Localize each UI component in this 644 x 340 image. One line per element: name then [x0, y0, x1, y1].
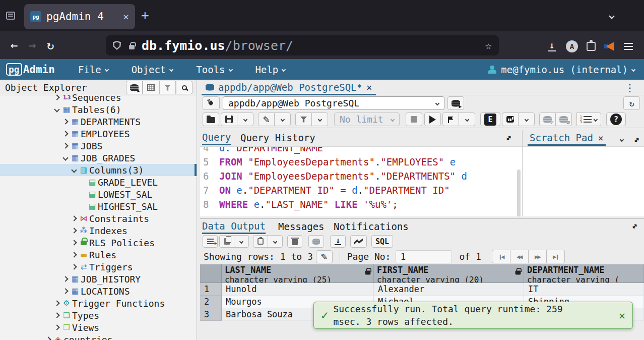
column-header-last_name[interactable]: LAST_NAMEcharacter varying (25)	[222, 264, 374, 282]
user-menu[interactable]: me@fymio.us (internal)	[488, 64, 635, 75]
connection-status-button[interactable]	[203, 96, 220, 110]
new-connection-button[interactable]	[447, 96, 464, 110]
tree-item-sequences[interactable]: 1.3Sequences	[0, 91, 197, 103]
expand-icon[interactable]: ↔	[628, 220, 640, 232]
expand-icon[interactable]: ↔	[630, 134, 642, 145]
lock-icon[interactable]	[129, 45, 135, 49]
tree-item-views[interactable]: ❐Views	[0, 321, 197, 333]
back-button[interactable]: ←	[5, 38, 23, 52]
tab-data-output[interactable]: Data Output	[202, 219, 266, 234]
shield-icon[interactable]	[113, 41, 121, 50]
chevron-right-icon[interactable]	[70, 253, 78, 257]
tree-item-departments[interactable]: ▦DEPARTMENTS	[0, 116, 197, 128]
first-page-button[interactable]: ❙◀	[492, 250, 510, 263]
sql-line-6[interactable]: 6JOIN "EmployeesDepartments"."DEPARTMENT…	[200, 169, 522, 183]
chevron-right-icon[interactable]	[61, 132, 70, 136]
close-tab-icon[interactable]: ×	[366, 82, 372, 93]
limit-select[interactable]: No limit	[334, 112, 400, 126]
url-bar[interactable]: db.fymio.us/browser/ ☆	[106, 35, 499, 55]
menu-tools[interactable]: Tools	[196, 64, 232, 75]
filter-dropdown-button[interactable]	[311, 112, 328, 126]
expand-icon[interactable]: ↔	[502, 132, 514, 143]
cell[interactable]: Alexander	[374, 283, 524, 296]
list-all-tabs-icon[interactable]	[609, 13, 614, 19]
chevron-down-icon[interactable]	[620, 137, 624, 141]
editor-scrollbar[interactable]	[517, 169, 521, 216]
show-sql-button[interactable]: SQL	[371, 235, 393, 248]
tree-item-triggers[interactable]: ⇄Triggers	[0, 261, 197, 273]
explain-button[interactable]: E	[480, 112, 500, 126]
chevron-right-icon[interactable]	[53, 325, 61, 329]
row-number[interactable]: 3	[200, 308, 222, 321]
explain-dropdown-button[interactable]	[518, 112, 535, 126]
sql-editor[interactable]: 4d."DEPARTMENT_NAME"5FROM "EmployeesDepa…	[200, 146, 522, 216]
tab-notifications[interactable]: Notifications	[334, 219, 409, 234]
tree-item-countries[interactable]: ◈countries	[0, 333, 197, 340]
column-header-department_name[interactable]: DEPARTMENT_NAMEcharacter varying (	[524, 264, 644, 282]
commit-button[interactable]: ✓	[539, 112, 556, 126]
scratch-pad-body[interactable]	[523, 146, 644, 216]
prev-page-button[interactable]: ◀◀	[510, 250, 529, 263]
tree-item-constraints[interactable]: ⋈Constraints	[0, 212, 197, 224]
execute-dropdown-button[interactable]	[459, 112, 475, 126]
column-header-first_name[interactable]: FIRST_NAMEcharacter varying (20)	[374, 264, 524, 282]
tree-item-types[interactable]: ❏Types	[0, 309, 197, 321]
chevron-right-icon[interactable]	[53, 95, 61, 99]
chevron-right-icon[interactable]	[70, 229, 78, 233]
execute-options-button[interactable]	[442, 112, 459, 126]
macros-button[interactable]	[576, 112, 601, 126]
menu-object[interactable]: Object	[132, 64, 173, 75]
edit-button[interactable]: ✎	[258, 112, 275, 126]
reset-layout-button[interactable]: ↻	[623, 96, 640, 110]
tree-item-rules[interactable]: ▬Rules	[0, 249, 197, 261]
add-row-button[interactable]	[203, 235, 218, 248]
bookmark-star-icon[interactable]: ☆	[485, 39, 492, 52]
sql-line-5[interactable]: 5FROM "EmployeesDepartments"."EMPLOYEES"…	[200, 155, 522, 169]
chevron-down-icon[interactable]	[53, 107, 61, 111]
menu-help[interactable]: Help	[255, 64, 286, 75]
connection-select[interactable]: appdb/app@Web PostgreSQL	[223, 96, 444, 110]
paste-dropdown-button[interactable]	[268, 235, 283, 248]
panel-menu-icon[interactable]: ⋮	[625, 82, 635, 94]
sql-line-7[interactable]: 7ON e."DEPARTMENT_ID" = d."DEPARTMENT_ID…	[200, 183, 522, 197]
cell[interactable]: IT	[524, 283, 644, 296]
account-icon[interactable]: A	[566, 40, 578, 52]
tree-item-highest-sal[interactable]: ▤HIGHEST_SAL	[0, 200, 197, 212]
chevron-down-icon[interactable]	[70, 168, 78, 172]
delete-row-button[interactable]	[287, 235, 302, 248]
tab-query[interactable]: Query	[202, 130, 231, 145]
menu-hamburger-icon[interactable]	[624, 43, 633, 50]
open-file-button[interactable]	[203, 112, 219, 126]
chevron-down-icon[interactable]	[61, 156, 70, 160]
chevron-right-icon[interactable]	[53, 313, 61, 317]
tree-item-locations[interactable]: ▦LOCATIONS	[0, 285, 197, 297]
last-page-button[interactable]: ▶❙	[546, 250, 565, 263]
chevron-right-icon[interactable]	[70, 265, 78, 269]
chevron-right-icon[interactable]	[44, 337, 52, 340]
downloads-icon[interactable]	[547, 41, 557, 51]
save-file-button[interactable]	[221, 112, 237, 126]
copy-dropdown-button[interactable]	[234, 235, 249, 248]
filter-button[interactable]	[295, 112, 312, 126]
explain-analyze-button[interactable]	[502, 112, 519, 126]
tab-close-icon[interactable]: ×	[123, 11, 129, 23]
tree-item-employees[interactable]: ▦EMPLOYEES	[0, 128, 197, 140]
graph-visualiser-button[interactable]	[350, 235, 367, 248]
tree-item-lowest-sal[interactable]: ▤LOWEST_SAL	[0, 188, 197, 200]
tab-query-history[interactable]: Query History	[240, 130, 315, 145]
chevron-right-icon[interactable]	[53, 301, 61, 305]
download-results-button[interactable]	[330, 235, 346, 248]
edit-range-button[interactable]: ✎	[316, 250, 333, 263]
chevron-right-icon[interactable]	[61, 289, 70, 293]
tree-item-rls-policies[interactable]: RLS Policies	[0, 237, 197, 249]
tree-item-job-grades[interactable]: ▦JOB_GRADES	[0, 152, 197, 164]
execute-button[interactable]	[424, 112, 441, 126]
forward-button[interactable]: →	[23, 38, 41, 52]
sql-line-8[interactable]: 8WHERE e."LAST_NAME" LIKE '%u%';	[200, 197, 522, 211]
chevron-right-icon[interactable]	[61, 120, 70, 124]
tab-messages[interactable]: Messages	[278, 219, 325, 234]
new-tab-button[interactable]: +	[141, 8, 149, 23]
tree-item-job-history[interactable]: ▦JOB_HISTORY	[0, 273, 197, 285]
sql-line-4[interactable]: 4d."DEPARTMENT_NAME"	[200, 146, 522, 155]
tree-item-tables-6-[interactable]: ▦Tables(6)	[0, 103, 197, 116]
